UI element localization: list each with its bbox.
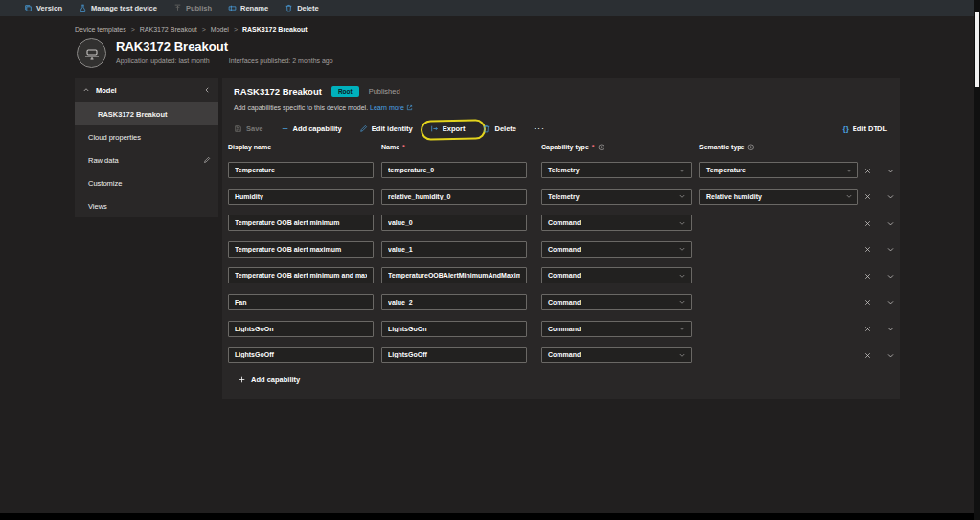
sidebar-item-raw-data[interactable]: Raw data bbox=[75, 148, 218, 171]
model-sidebar: Model RASK3172 Breakout Cloud properties… bbox=[75, 78, 218, 217]
capability-type-select[interactable]: Telemetry bbox=[541, 162, 692, 178]
display-name-input[interactable] bbox=[228, 241, 374, 258]
display-name-input[interactable] bbox=[228, 321, 374, 337]
add-capability-button[interactable]: Add capability bbox=[281, 124, 342, 133]
sidebar-item-customize[interactable]: Customize bbox=[75, 171, 218, 194]
expand-row-button[interactable] bbox=[883, 349, 897, 362]
breadcrumb-device-templates[interactable]: Device templates bbox=[75, 26, 126, 33]
capability-type-value: Command bbox=[548, 272, 581, 279]
sidebar-item-label: Raw data bbox=[88, 156, 119, 165]
publish-button[interactable]: Publish bbox=[173, 4, 212, 12]
delete-row-button[interactable] bbox=[860, 349, 874, 362]
sidebar-item-label: Cloud properties bbox=[88, 133, 141, 142]
description-text: Add capabilities specific to this device… bbox=[234, 104, 368, 111]
header-name: Name* bbox=[381, 144, 405, 150]
delete-interface-button[interactable]: Delete bbox=[482, 124, 516, 133]
capability-type-select[interactable]: Command bbox=[541, 321, 692, 337]
info-icon[interactable] bbox=[747, 144, 755, 151]
display-name-input[interactable] bbox=[228, 347, 374, 363]
display-name-input[interactable] bbox=[228, 267, 374, 283]
sidebar-item-label: Customize bbox=[88, 179, 122, 188]
sidebar-item-rask3172-breakout[interactable]: RASK3172 Breakout bbox=[75, 102, 218, 125]
delete-row-button[interactable] bbox=[860, 269, 874, 283]
chevron-down-icon bbox=[678, 167, 686, 174]
semantic-type-select[interactable]: Temperature bbox=[699, 162, 858, 178]
capability-type-select[interactable]: Telemetry bbox=[541, 189, 692, 205]
capability-type-select[interactable]: Command bbox=[541, 347, 692, 363]
expand-row-button[interactable] bbox=[883, 191, 897, 204]
add-capability-label: Add capability bbox=[293, 124, 342, 133]
display-name-input[interactable] bbox=[228, 215, 374, 231]
sidebar-section-model[interactable]: Model bbox=[75, 78, 218, 102]
name-input[interactable] bbox=[381, 241, 527, 258]
delete-row-button[interactable] bbox=[860, 296, 874, 309]
delete-row-button[interactable] bbox=[860, 191, 874, 204]
chevron-down-icon bbox=[886, 351, 895, 360]
delete-row-button[interactable] bbox=[860, 243, 874, 257]
export-button[interactable]: Export bbox=[430, 124, 466, 133]
version-button[interactable]: Version bbox=[24, 4, 62, 12]
name-input[interactable] bbox=[381, 347, 527, 363]
model-editor-panel: RASK3172 Breakout Root Published Add cap… bbox=[222, 78, 900, 399]
top-commandbar: Version Manage test device Publish Renam… bbox=[0, 0, 974, 16]
name-input[interactable] bbox=[381, 321, 527, 337]
capability-type-value: Command bbox=[548, 299, 581, 305]
rename-button[interactable]: Rename bbox=[228, 4, 268, 12]
vertical-scrollbar[interactable] bbox=[974, 0, 980, 520]
scrollbar-thumb[interactable] bbox=[975, 12, 979, 87]
capability-table-headers: Display name Name* Capability type* Sema… bbox=[222, 144, 900, 155]
expand-row-button[interactable] bbox=[883, 216, 897, 230]
name-input[interactable] bbox=[381, 189, 527, 205]
capability-type-select[interactable]: Command bbox=[541, 241, 692, 258]
expand-row-button[interactable] bbox=[883, 296, 897, 309]
close-icon bbox=[863, 325, 872, 333]
publish-icon bbox=[173, 4, 182, 12]
sidebar-item-views[interactable]: Views bbox=[75, 194, 218, 217]
expand-row-button[interactable] bbox=[883, 269, 897, 283]
header-semantic-type: Semantic type bbox=[699, 144, 755, 151]
expand-row-button[interactable] bbox=[883, 243, 897, 257]
sidebar-item-cloud-properties[interactable]: Cloud properties bbox=[75, 125, 218, 148]
info-icon[interactable] bbox=[598, 144, 605, 151]
edit-identity-button[interactable]: Edit identity bbox=[359, 124, 413, 133]
capability-row: Command bbox=[222, 263, 900, 290]
collapse-panel-icon[interactable] bbox=[203, 86, 211, 94]
delete-row-button[interactable] bbox=[860, 323, 874, 336]
capability-type-select[interactable]: Command bbox=[541, 294, 692, 310]
save-button[interactable]: Save bbox=[234, 124, 263, 133]
expand-row-button[interactable] bbox=[883, 164, 897, 177]
pencil-icon bbox=[359, 124, 368, 133]
delete-template-button[interactable]: Delete bbox=[285, 4, 319, 12]
delete-row-button[interactable] bbox=[860, 216, 874, 230]
pencil-icon bbox=[203, 156, 211, 164]
breadcrumb-template[interactable]: RAK3172 Breakout bbox=[140, 26, 197, 33]
capability-type-select[interactable]: Command bbox=[541, 267, 692, 283]
name-input[interactable] bbox=[381, 215, 527, 231]
app-updated-text: Application updated: last month bbox=[116, 57, 210, 64]
breadcrumb-model[interactable]: Model bbox=[211, 26, 229, 33]
capability-row: Command bbox=[222, 237, 900, 264]
semantic-type-value: Relative humidity bbox=[706, 193, 762, 200]
delete-row-button[interactable] bbox=[860, 164, 874, 177]
display-name-input[interactable] bbox=[228, 162, 374, 178]
chevron-down-icon bbox=[678, 219, 686, 227]
delete-template-label: Delete bbox=[297, 4, 319, 12]
name-input[interactable] bbox=[381, 162, 527, 178]
capability-type-select[interactable]: Command bbox=[541, 215, 692, 231]
name-input[interactable] bbox=[381, 294, 527, 310]
more-commands-button[interactable]: ··· bbox=[534, 124, 545, 133]
version-icon bbox=[24, 4, 33, 12]
name-input[interactable] bbox=[381, 267, 527, 283]
display-name-input[interactable] bbox=[228, 189, 374, 205]
semantic-type-select[interactable]: Relative humidity bbox=[699, 189, 858, 205]
export-label: Export bbox=[443, 124, 466, 133]
semantic-type-value: Temperature bbox=[706, 167, 746, 173]
add-capability-footer-button[interactable]: Add capability bbox=[238, 375, 300, 384]
expand-row-button[interactable] bbox=[883, 323, 897, 336]
learn-more-link[interactable]: Learn more bbox=[370, 104, 404, 111]
display-name-input[interactable] bbox=[228, 294, 374, 310]
breadcrumb: Device templates > RAK3172 Breakout > Mo… bbox=[75, 26, 308, 33]
capability-row: Command bbox=[222, 290, 900, 317]
edit-dtdl-button[interactable]: {} Edit DTDL bbox=[843, 120, 887, 137]
manage-test-device-button[interactable]: Manage test device bbox=[79, 4, 157, 12]
